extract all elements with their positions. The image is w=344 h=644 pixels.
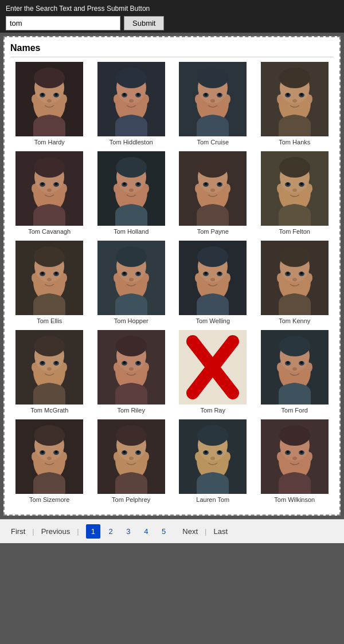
svg-point-102	[116, 246, 147, 267]
svg-point-116	[205, 272, 208, 275]
person-cell-tom-hopper[interactable]: Tom Hopper	[92, 241, 171, 324]
svg-point-199	[195, 452, 201, 461]
person-photo-tom-hardy	[15, 62, 83, 136]
svg-point-58	[116, 157, 147, 178]
person-photo-tom-hanks	[261, 62, 329, 136]
person-cell-tom-hiddleston[interactable]: Tom Hiddleston	[92, 62, 171, 146]
svg-point-8	[47, 99, 52, 103]
person-cell-tom-holland[interactable]: Tom Holland	[92, 151, 171, 235]
page-2[interactable]: 2	[104, 524, 118, 539]
person-cell-tom-ray[interactable]: Tom Ray	[174, 330, 252, 414]
svg-point-17	[123, 93, 126, 96]
person-cell-tom-wilkinson[interactable]: Tom Wilkinson	[256, 419, 334, 503]
svg-point-160	[279, 336, 310, 356]
svg-point-91	[34, 246, 65, 267]
last-link[interactable]: Last	[208, 524, 233, 539]
svg-point-7	[55, 93, 58, 96]
svg-point-171	[34, 425, 65, 446]
person-name-tom-felton: Tom Felton	[279, 228, 310, 235]
svg-point-63	[129, 189, 134, 192]
svg-point-207	[286, 451, 289, 454]
page-5[interactable]: 5	[157, 524, 171, 539]
person-photo-tom-pelphrey	[97, 419, 165, 494]
submit-button[interactable]: Submit	[124, 16, 164, 30]
person-name-lauren-tom: Lauren Tom	[196, 496, 229, 503]
svg-point-20	[114, 95, 119, 104]
svg-point-84	[300, 183, 303, 186]
next-link[interactable]: Next	[177, 524, 203, 539]
page-1[interactable]: 1	[86, 524, 100, 539]
svg-point-105	[123, 272, 126, 275]
svg-point-10	[61, 95, 67, 104]
first-link[interactable]: First	[6, 524, 30, 539]
person-name-tom-ray: Tom Ray	[201, 407, 225, 414]
svg-point-118	[210, 278, 215, 281]
page-4[interactable]: 4	[139, 524, 153, 539]
page-3[interactable]: 3	[121, 524, 135, 539]
svg-point-175	[55, 451, 58, 454]
person-name-tom-ellis: Tom Ellis	[37, 317, 62, 324]
person-cell-tom-felton[interactable]: Tom Felton	[256, 151, 334, 235]
person-cell-tom-cruise[interactable]: Tom Cruise	[174, 62, 252, 146]
svg-point-39	[286, 93, 289, 96]
person-cell-tom-mcgrath[interactable]: Tom McGrath	[10, 330, 89, 414]
svg-point-61	[123, 183, 126, 186]
person-name-tom-payne: Tom Payne	[197, 228, 229, 235]
section-title: Names	[10, 43, 334, 57]
person-name-tom-cavanagh: Tom Cavanagh	[28, 228, 71, 235]
svg-point-165	[292, 367, 297, 371]
svg-point-47	[34, 157, 65, 178]
person-cell-tom-ford[interactable]: Tom Ford	[256, 330, 334, 414]
people-grid: Tom Hardy Tom Hiddleston	[10, 62, 334, 503]
svg-point-149	[123, 362, 126, 364]
person-cell-lauren-tom[interactable]: Lauren Tom	[174, 419, 252, 503]
svg-point-120	[225, 273, 230, 282]
person-photo-tom-holland	[97, 151, 165, 226]
svg-point-6	[41, 93, 44, 96]
svg-point-62	[136, 183, 139, 186]
svg-point-185	[123, 451, 126, 454]
person-cell-tom-welling[interactable]: Tom Welling	[174, 241, 252, 324]
person-name-tom-hanks: Tom Hanks	[279, 139, 310, 146]
previous-link[interactable]: Previous	[36, 524, 76, 539]
svg-point-167	[307, 363, 312, 372]
svg-point-196	[205, 451, 208, 454]
svg-point-130	[277, 273, 283, 282]
svg-point-21	[143, 95, 149, 104]
search-input[interactable]	[6, 16, 120, 30]
person-cell-tom-ellis[interactable]: Tom Ellis	[10, 241, 89, 324]
person-photo-lauren-tom	[179, 419, 247, 494]
person-cell-tom-hardy[interactable]: Tom Hardy	[10, 62, 89, 146]
person-cell-tom-cavanagh[interactable]: Tom Cavanagh	[10, 151, 89, 235]
person-photo-tom-felton	[261, 151, 329, 226]
pagination-bar: First | Previous | 1 2 3 4 5 Next | Last	[0, 519, 344, 543]
svg-point-97	[32, 273, 37, 282]
svg-point-113	[197, 246, 228, 267]
svg-point-52	[47, 189, 52, 192]
person-cell-tom-kenny[interactable]: Tom Kenny	[256, 241, 334, 324]
person-cell-tom-riley[interactable]: Tom Riley	[92, 330, 171, 414]
person-name-tom-kenny: Tom Kenny	[279, 317, 310, 324]
svg-point-131	[307, 273, 312, 282]
page-numbers: 1 2 3 4 5	[81, 524, 177, 539]
person-cell-tom-sizemore[interactable]: Tom Sizemore	[10, 419, 89, 503]
svg-point-29	[218, 93, 221, 96]
svg-point-19	[129, 99, 134, 103]
svg-point-25	[197, 68, 228, 88]
person-name-tom-hopper: Tom Hopper	[114, 317, 148, 324]
person-cell-tom-pelphrey[interactable]: Tom Pelphrey	[92, 419, 171, 503]
person-name-tom-mcgrath: Tom McGrath	[30, 407, 68, 414]
person-cell-tom-hanks[interactable]: Tom Hanks	[256, 62, 334, 146]
svg-point-189	[143, 452, 149, 461]
svg-point-9	[32, 95, 37, 104]
person-photo-tom-cavanagh	[15, 151, 83, 226]
svg-point-142	[61, 363, 67, 372]
svg-point-53	[32, 184, 37, 193]
svg-point-51	[55, 183, 58, 186]
svg-point-32	[225, 95, 230, 104]
person-photo-tom-riley	[97, 330, 165, 405]
person-cell-tom-payne[interactable]: Tom Payne	[174, 151, 252, 235]
svg-point-178	[61, 452, 67, 461]
svg-point-86	[277, 184, 283, 193]
svg-point-64	[114, 184, 119, 193]
